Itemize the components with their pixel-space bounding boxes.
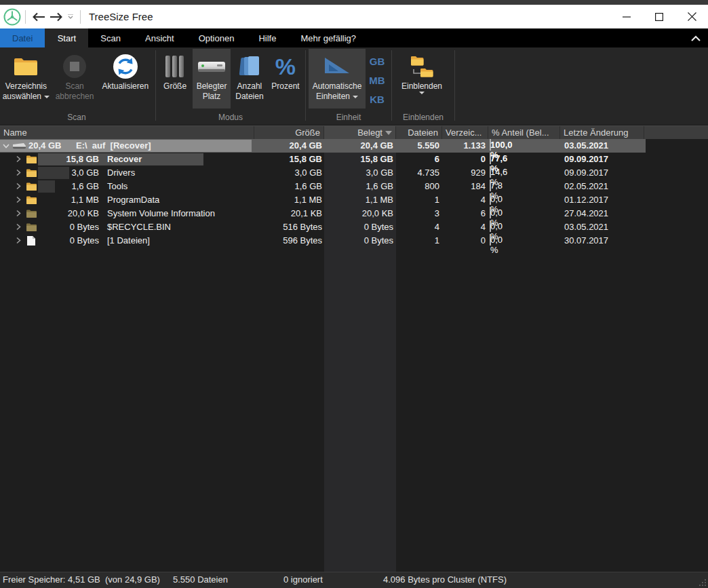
group-label-einblenden: Einblenden (394, 111, 452, 125)
back-button[interactable] (30, 9, 47, 25)
unit-buttons: GB MB KB (366, 49, 388, 111)
forward-button[interactable] (47, 9, 65, 25)
quick-access-dropdown[interactable] (65, 9, 76, 25)
percent-cell: 0,0 % (490, 194, 558, 205)
tab-scan[interactable]: Scan (88, 28, 133, 47)
column-header-groesse[interactable]: Größe (254, 126, 324, 139)
folder-dim-icon (26, 222, 37, 232)
refresh-icon (113, 54, 138, 79)
tab-optionen[interactable]: Optionen (186, 28, 247, 47)
back-arrow-icon (32, 12, 45, 22)
percent-cell: 0,0 % (490, 235, 558, 246)
files-stack-icon (238, 55, 261, 78)
table-header: Name Größe Belegt Dateien Verzeic... % A… (0, 125, 708, 139)
titlebar: TreeSize Free (0, 5, 708, 28)
percent-cell: 77,6 % (490, 153, 558, 165)
percent-mode-button[interactable]: % Prozent (269, 49, 302, 109)
folder-icon (26, 168, 37, 178)
chevron-collapsed-icon[interactable] (15, 210, 22, 217)
table-row-folder[interactable]: 15,8 GB Recover 15,8 GB 15,8 GB 6 0 77,6… (0, 153, 708, 166)
table-row-system-folder[interactable]: 0 Bytes $RECYCLE.BIN 516 Bytes 0 Bytes 4… (0, 220, 708, 234)
dropdown-arrow-icon (419, 92, 425, 94)
folder-icon (26, 182, 37, 191)
chevron-collapsed-icon[interactable] (15, 155, 22, 163)
tab-datei[interactable]: Datei (0, 28, 45, 47)
table-row-folder[interactable]: 3,0 GB Drivers 3,0 GB 3,0 GB 4.735 929 1… (0, 166, 708, 180)
chevron-collapsed-icon[interactable] (15, 169, 22, 176)
forward-arrow-icon (50, 12, 63, 22)
chevron-collapsed-icon[interactable] (15, 237, 22, 244)
unit-kb-button[interactable]: KB (366, 90, 388, 109)
ribbon-group-einheit: Automatische Einheiten GB MB KB Einheit (308, 47, 389, 125)
maximize-button[interactable] (643, 5, 675, 28)
chevron-collapsed-icon[interactable] (15, 182, 22, 190)
close-button[interactable] (675, 5, 708, 28)
refresh-button[interactable]: Aktualisieren (98, 49, 153, 109)
resize-grip-icon[interactable] (699, 579, 707, 587)
set-square-icon (322, 55, 352, 78)
tab-ansicht[interactable]: Ansicht (133, 28, 186, 47)
sort-descending-icon (385, 131, 392, 135)
size-mode-button[interactable]: Größe (159, 49, 191, 109)
allocated-space-mode-button[interactable]: Belegter Platz (193, 49, 231, 109)
collapse-ribbon-button[interactable] (689, 33, 703, 43)
treesize-logo-icon[interactable] (3, 8, 21, 26)
ribbon-separator (305, 50, 306, 121)
titlebar-separator (80, 10, 81, 24)
group-label-scan: Scan (0, 111, 153, 125)
column-header-name[interactable]: Name (0, 126, 254, 139)
chevron-collapsed-icon[interactable] (15, 196, 22, 203)
column-header-anteil[interactable]: % Anteil (Bel... (488, 126, 560, 139)
status-free-space: Freier Speicher: 4,51 GB (von 24,9 GB) (3, 574, 160, 585)
tab-mehr-gefaellig[interactable]: Mehr gefällig? (288, 28, 368, 47)
chevron-expanded-icon[interactable] (2, 142, 10, 150)
minimize-button[interactable] (610, 5, 643, 28)
ribbon-group-scan: Verzeichnis auswählen Scan abbrechen (0, 47, 153, 125)
show-hide-button[interactable]: Einblenden (395, 49, 449, 109)
tab-hilfe[interactable]: Hilfe (246, 28, 288, 47)
chevron-collapsed-icon[interactable] (15, 223, 22, 231)
select-directory-button[interactable]: Verzeichnis auswählen (1, 49, 52, 109)
automatic-units-button[interactable]: Automatische Einheiten (309, 49, 366, 109)
percent-cell: 0,0 % (490, 208, 558, 219)
minimize-icon (623, 13, 631, 21)
status-ignored: 0 ignoriert (283, 574, 323, 585)
maximize-icon (655, 13, 663, 21)
hard-drive-icon (197, 57, 227, 76)
table-row-system-folder[interactable]: 20,0 KB System Volume Information 20,1 K… (0, 207, 708, 220)
dropdown-arrow-icon (353, 96, 358, 98)
chevron-down-icon (67, 14, 74, 20)
cancel-scan-button: Scan abbrechen (53, 49, 97, 109)
table-row-folder[interactable]: 1,6 GB Tools 1,6 GB 1,6 GB 800 184 7,8 %… (0, 180, 708, 193)
column-header-dateien[interactable]: Dateien (396, 126, 442, 139)
drive-icon (12, 142, 26, 150)
table-row-drive-root[interactable]: 20,4 GB E:\ auf [Recover] 20,4 GB 20,4 G… (0, 139, 708, 153)
status-cluster-size: 4.096 Bytes pro Cluster (NTFS) (383, 574, 507, 585)
file-count-mode-button[interactable]: Anzahl Dateien (232, 49, 267, 109)
app-window: TreeSize Free Datei Start Scan Ansi (0, 0, 708, 588)
ribbon-group-modus: Größe Belegter (158, 47, 303, 125)
unit-mb-button[interactable]: MB (366, 71, 388, 90)
folder-icon (26, 195, 37, 205)
chevron-up-icon (691, 35, 701, 41)
table-row-folder[interactable]: 1,1 MB ProgramData 1,1 MB 1,1 MB 1 4 0,0… (0, 193, 708, 207)
table-row-files[interactable]: 0 Bytes [1 Dateien] 596 Bytes 0 Bytes 1 … (0, 234, 708, 248)
percent-icon: % (275, 54, 296, 79)
tab-start[interactable]: Start (45, 28, 88, 47)
window-controls (610, 5, 708, 28)
group-label-modus: Modus (158, 111, 303, 125)
file-icon (26, 235, 36, 246)
ribbon-separator (155, 50, 156, 121)
ribbon-separator (391, 50, 392, 121)
column-header-letzte-aenderung[interactable]: Letzte Änderung (560, 126, 644, 139)
folder-icon (13, 56, 39, 77)
column-header-verzeichnisse[interactable]: Verzeic... (442, 126, 488, 139)
percent-cell: 100,0 % (490, 140, 558, 151)
ribbon-tabbar: Datei Start Scan Ansicht Optionen Hilfe … (0, 28, 708, 47)
unit-gb-button[interactable]: GB (366, 52, 388, 71)
group-label-einheit: Einheit (308, 111, 389, 125)
status-file-count: 5.550 Dateien (173, 574, 228, 585)
folder-hierarchy-icon (408, 54, 435, 79)
close-icon (688, 12, 696, 21)
column-header-belegt[interactable]: Belegt (324, 126, 396, 139)
